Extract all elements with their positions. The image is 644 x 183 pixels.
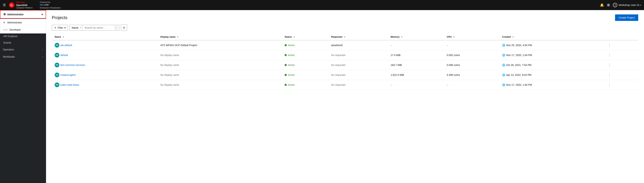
project-badge-0: PR	[55, 43, 59, 48]
sidebar-workloads-section[interactable]: Workloads ›	[0, 53, 46, 60]
role-dropdown: ⚙ Administrator </> Developer	[0, 19, 46, 34]
cell-memory-0: –	[388, 40, 444, 50]
columns-icon: ⊞	[123, 26, 125, 29]
sort-requester-icon: ⇕	[344, 36, 346, 38]
name-filter-group: Name /	[70, 25, 120, 31]
powered-by-text: Powered by IBM z/VM Enterprise Virtualiz…	[40, 1, 61, 9]
role-label: Administrator	[7, 13, 24, 16]
project-name-link-0[interactable]: ats-default	[60, 44, 72, 47]
col-created[interactable]: Created ⇕	[499, 34, 604, 40]
status-active-icon-2	[284, 64, 287, 66]
project-badge-1: PR	[55, 53, 59, 58]
row-actions-button-0[interactable]: ⋮	[606, 43, 612, 48]
project-name-link-1[interactable]: default	[60, 54, 68, 57]
cell-cpu-1: 0.002 cores	[444, 50, 499, 60]
globe-icon-2: 🌐	[502, 64, 505, 66]
project-name-link-2[interactable]: ibm-common-services	[60, 64, 85, 66]
status-label-1: Active	[288, 54, 295, 57]
globe-icon-4: 🌐	[502, 83, 505, 86]
create-project-button[interactable]: Create Project	[615, 15, 638, 21]
hamburger-menu[interactable]: ☰	[3, 3, 6, 7]
cell-created-0: 🌐 Nov 25, 2020, 4:04 PM	[499, 40, 604, 50]
col-status[interactable]: Status ⇕	[282, 34, 328, 40]
cell-displayname-1: No display name	[158, 50, 282, 60]
row-actions-button-2[interactable]: ⋮	[606, 62, 612, 68]
project-badge-2: PR	[55, 63, 59, 67]
page-header: Projects Create Project	[52, 15, 638, 21]
filter-chevron-icon: ▾	[64, 26, 66, 29]
sidebar-item-api-explorer[interactable]: API Explorer	[0, 33, 46, 40]
created-date-2: Oct 26, 2021, 7:54 PM	[506, 64, 532, 66]
cell-displayname-3: No display name	[158, 70, 282, 80]
col-requester[interactable]: Requester ⇕	[328, 34, 388, 40]
table-body: PR ats-default ATS WFWS OCP Default Proj…	[52, 40, 638, 90]
project-name-link-4[interactable]: kube-node-lease	[60, 83, 79, 86]
username-label: Workshop User 01	[619, 4, 640, 7]
created-date-0: Nov 25, 2020, 4:04 PM	[506, 44, 532, 47]
page-title: Projects	[52, 15, 68, 20]
brand-text: Red Hat OpenShift Container Platform	[16, 1, 33, 9]
col-name[interactable]: Name ⇕	[52, 34, 158, 40]
cell-name-1: PR default	[52, 50, 158, 60]
main-content: Projects Create Project ▼ Filter ▾ Name …	[46, 10, 644, 183]
status-label-2: Active	[288, 64, 295, 66]
role-chevron: ▾	[42, 13, 43, 16]
sort-memory-icon: ⇕	[401, 36, 402, 38]
cell-requester-2: No requester	[328, 60, 388, 70]
filter-button[interactable]: ▼ Filter ▾	[52, 25, 68, 31]
ibm-zvm-label: IBM z/VM	[40, 4, 61, 6]
row-actions-button-4[interactable]: ⋮	[606, 82, 612, 88]
user-menu[interactable]: Workshop User 01 ▾	[619, 4, 641, 7]
cell-displayname-2: No display name	[158, 60, 282, 70]
table-row: PR ats-default ATS WFWS OCP Default Proj…	[52, 40, 638, 50]
columns-toggle-button[interactable]: ⊞	[121, 25, 127, 31]
filter-bar: ▼ Filter ▾ Name / ⊞	[52, 25, 638, 31]
filter-label: Filter	[58, 26, 63, 29]
role-administrator-option[interactable]: ⚙ Administrator	[0, 19, 46, 26]
brand-openshift: OpenShift	[16, 4, 33, 7]
cell-cpu-3: 0.399 cores	[444, 70, 499, 80]
created-date-4: Nov 17, 2020, 1:04 PM	[506, 83, 532, 86]
search-input[interactable]	[82, 25, 115, 31]
api-explorer-nav-label: API Explorer	[4, 35, 18, 38]
project-badge-4: PR	[55, 83, 59, 87]
cell-displayname-4: No display name	[158, 80, 282, 90]
sort-cpu-icon: ⇕	[453, 36, 455, 38]
status-label-0: Active	[288, 44, 295, 47]
status-active-icon-0	[284, 44, 287, 46]
project-badge-3: PR	[55, 73, 59, 77]
role-developer-option[interactable]: </> Developer	[0, 26, 46, 33]
sort-displayname-icon: ⇕	[177, 36, 178, 38]
notifications-bell-icon[interactable]: 🔔	[600, 3, 604, 7]
table-row: PR default No display name Active No req…	[52, 50, 638, 60]
ev-label: Enterprise Virtualization	[40, 7, 61, 9]
project-name-link-3[interactable]: instana-agent	[60, 74, 76, 76]
events-nav-label: Events	[4, 41, 11, 44]
filter-funnel-icon: ▼	[54, 26, 57, 29]
cell-status-3: Active	[282, 70, 328, 80]
row-actions-button-3[interactable]: ⋮	[606, 72, 612, 78]
col-display-name[interactable]: Display name ⇕	[158, 34, 282, 40]
cell-memory-4: –	[388, 80, 444, 90]
cell-status-2: Active	[282, 60, 328, 70]
help-icon[interactable]: ?	[613, 3, 617, 7]
sidebar-item-events[interactable]: Events	[0, 40, 46, 46]
col-cpu[interactable]: CPU ⇕	[444, 34, 499, 40]
developer-icon: </>	[3, 28, 8, 31]
cell-requester-3: No requester	[328, 70, 388, 80]
filter-type-select[interactable]: Name	[70, 25, 82, 31]
role-selector[interactable]: ⚙ Administrator ▾	[0, 10, 46, 19]
sidebar-operators-section[interactable]: Operators ›	[0, 46, 46, 53]
admin-icon: ⚙	[3, 21, 6, 24]
row-actions-button-1[interactable]: ⋮	[606, 52, 612, 58]
sort-name-icon: ⇕	[62, 36, 64, 38]
col-memory[interactable]: Memory ⇕	[388, 34, 444, 40]
redhat-logo-icon	[9, 2, 15, 8]
cell-memory-2: 194.7 MiB	[388, 60, 444, 70]
globe-icon-1: 🌐	[502, 54, 505, 57]
cell-status-0: Active	[282, 40, 328, 50]
brand-cp: Container Platform	[16, 7, 33, 9]
cell-name-4: PR kube-node-lease	[52, 80, 158, 90]
add-icon[interactable]: ⊕	[607, 3, 610, 7]
cell-requester-1: No requester	[328, 50, 388, 60]
